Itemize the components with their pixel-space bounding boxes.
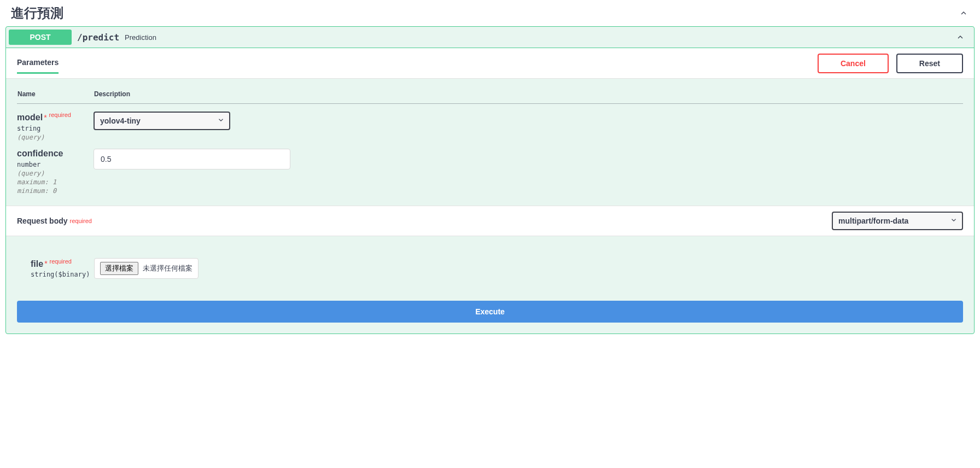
- param-name: file: [31, 259, 43, 268]
- file-placeholder: 未選擇任何檔案: [143, 264, 192, 273]
- content-type-select[interactable]: multipart/form-data: [832, 212, 963, 230]
- param-row-confidence: confidence number (query) maximum: 1 min…: [17, 141, 963, 195]
- required-label: required: [49, 112, 71, 118]
- execute-button[interactable]: Execute: [17, 301, 963, 323]
- section-toggle[interactable]: [958, 8, 969, 19]
- execute-wrap: Execute: [6, 290, 974, 334]
- choose-file-button[interactable]: 選擇檔案: [100, 262, 138, 275]
- content-type-select-wrap: multipart/form-data: [832, 212, 963, 230]
- confidence-input[interactable]: [94, 149, 290, 169]
- reset-button[interactable]: Reset: [896, 54, 963, 73]
- param-name: confidence: [17, 149, 94, 159]
- chevron-up-icon: [959, 9, 968, 17]
- param-min: minimum: 0: [17, 187, 94, 195]
- section-header: 進行預測: [0, 0, 980, 26]
- param-location: (query): [17, 133, 94, 141]
- operation-toggle[interactable]: [955, 32, 966, 43]
- required-star: *: [44, 259, 47, 268]
- param-type: string($binary): [31, 271, 90, 278]
- operation-description: Prediction: [125, 33, 949, 42]
- param-max: maximum: 1: [17, 178, 94, 186]
- request-body-title: Request body: [17, 217, 68, 225]
- chevron-up-icon: [956, 33, 965, 42]
- request-body-section: file*required string($binary) 選擇檔案 未選擇任何…: [6, 236, 974, 290]
- request-body-bar: Request body required multipart/form-dat…: [6, 206, 974, 236]
- param-type: number: [17, 161, 94, 168]
- param-name: model: [17, 113, 43, 122]
- operation-summary[interactable]: POST /predict Prediction: [6, 27, 974, 48]
- parameters-table: Name Description model*required string (…: [17, 90, 963, 195]
- section-title: 進行預測: [11, 4, 958, 22]
- tab-parameters[interactable]: Parameters: [17, 52, 59, 74]
- param-type: string: [17, 125, 94, 132]
- cancel-button[interactable]: Cancel: [818, 54, 889, 73]
- required-star: *: [44, 113, 46, 122]
- parameters-body: Name Description model*required string (…: [6, 79, 974, 206]
- param-row-model: model*required string (query) yolov4-tin…: [17, 104, 963, 141]
- column-name: Name: [17, 90, 94, 104]
- file-input[interactable]: 選擇檔案 未選擇任何檔案: [94, 258, 199, 279]
- http-method-badge: POST: [9, 30, 72, 45]
- operation-block: POST /predict Prediction Parameters Canc…: [5, 26, 975, 334]
- operation-path: /predict: [77, 32, 119, 43]
- parameters-header: Parameters Cancel Reset: [6, 48, 974, 79]
- model-select-wrap: yolov4-tiny: [94, 112, 230, 130]
- model-select[interactable]: yolov4-tiny: [94, 112, 230, 130]
- required-label: required: [70, 218, 92, 224]
- param-location: (query): [17, 169, 94, 177]
- required-label: required: [50, 258, 72, 265]
- column-description: Description: [94, 90, 963, 104]
